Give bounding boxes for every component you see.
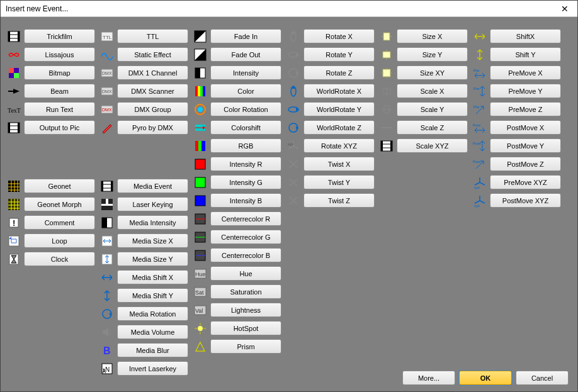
rotate-z-button[interactable]: Rotate Z <box>303 65 375 80</box>
worldrotate-x-button[interactable]: WorldRotate X <box>303 84 375 98</box>
event-row-rgb: RGB <box>192 138 281 154</box>
color-rotation-button[interactable]: Color Rotation <box>210 102 281 116</box>
premove-xyz-button[interactable]: PreMove XYZ <box>490 175 561 189</box>
swatch-g-icon <box>192 174 208 190</box>
geonet-button[interactable]: Geonet <box>24 179 95 193</box>
beam-button[interactable]: Beam <box>24 84 95 98</box>
event-row-media-blur: BMedia Blur <box>99 342 188 358</box>
twist-z-button[interactable]: Twist Z <box>303 193 375 208</box>
scale-y-button[interactable]: Scale Y <box>397 102 468 116</box>
svg-rect-64 <box>195 159 205 169</box>
svg-text:DMX: DMX <box>102 108 112 112</box>
invert-laserkey-button[interactable]: Invert Laserkey <box>117 361 188 376</box>
scale-x-button[interactable]: Scale X <box>397 84 468 98</box>
event-row-postmove-x: PostPostMove X <box>472 120 561 135</box>
speaker-icon <box>99 324 115 340</box>
svg-text:xyz: xyz <box>474 186 480 189</box>
media-volume-button[interactable]: Media Volume <box>117 325 188 339</box>
twist-y-button[interactable]: Twist Y <box>303 175 375 189</box>
comment-button[interactable]: Comment <box>24 215 95 230</box>
postmove-z-button[interactable]: PostMove Z <box>490 157 561 171</box>
hotspot-button[interactable]: HotSpot <box>210 321 281 335</box>
trickfilm-button[interactable]: Trickfilm <box>24 29 95 43</box>
event-row-rotate-z: Rotate Z <box>285 65 375 81</box>
media-intensity-button[interactable]: Media Intensity <box>117 215 188 230</box>
rgb-button[interactable]: RGB <box>210 138 281 153</box>
ok-button[interactable]: OK <box>459 371 512 385</box>
dmx-scanner-button[interactable]: DMX Scanner <box>117 84 188 98</box>
more-button[interactable]: More... <box>402 371 455 385</box>
fade-out-button[interactable]: Fade Out <box>210 47 281 62</box>
color-button[interactable]: Color <box>210 84 281 98</box>
size-y-button[interactable]: Size Y <box>397 47 468 62</box>
dmx-group-button[interactable]: DMX Group <box>117 102 188 116</box>
lightness-button[interactable]: Lightness <box>210 303 281 317</box>
saturation-button[interactable]: Saturation <box>210 284 281 299</box>
centerrecolor-r-button[interactable]: Centerrecolor R <box>210 211 281 226</box>
svg-rect-12 <box>8 123 10 133</box>
media-event-button[interactable]: Media Event <box>117 179 188 193</box>
event-row-geonet-morph: Geonet Morph <box>6 196 95 212</box>
event-row-postmove-xyz: xyzPostMove XYZ <box>472 193 561 208</box>
shift-x-button[interactable]: ShiftX <box>490 29 561 43</box>
media-shift-x-button[interactable]: Media Shift X <box>117 270 188 284</box>
hue-button[interactable]: Hue <box>210 266 281 281</box>
intensity-g-button[interactable]: Intensity G <box>210 175 281 189</box>
postmove-y-button[interactable]: PostMove Y <box>490 138 561 153</box>
premove-x-button[interactable]: PreMove X <box>490 65 561 80</box>
clock-button[interactable]: Clock <box>24 252 95 266</box>
rotz-icon <box>285 65 302 81</box>
rotate-y-button[interactable]: Rotate Y <box>303 47 375 62</box>
scale-z-button[interactable]: Scale Z <box>397 120 468 135</box>
scale-xyz-button[interactable]: Scale XYZ <box>397 138 468 153</box>
pyro-by-dmx-button[interactable]: Pyro by DMX <box>117 120 188 135</box>
grid-yellow-icon <box>6 178 22 194</box>
media-shift-y-button[interactable]: Media Shift Y <box>117 288 188 303</box>
dmx-1-channel-button[interactable]: DMX 1 Channel <box>117 65 188 80</box>
close-button[interactable]: ✕ <box>552 1 577 17</box>
prism-button[interactable]: Prism <box>210 339 281 354</box>
event-row-lightness: ValLightness <box>192 302 281 318</box>
shift-y-button[interactable]: Shift Y <box>490 47 561 62</box>
ttl-button[interactable]: TTL <box>117 29 188 43</box>
media-size-x-button[interactable]: Media Size X <box>117 233 188 248</box>
output-to-pic-button[interactable]: Output to Pic <box>24 120 95 135</box>
size-x-button[interactable]: Size X <box>397 29 468 43</box>
size-xy-button[interactable]: Size XY <box>397 65 468 80</box>
postmove-x-button[interactable]: PostMove X <box>490 120 561 135</box>
intensity-button[interactable]: Intensity <box>210 65 281 80</box>
fade-in-button[interactable]: Fade In <box>210 29 281 43</box>
cancel-button[interactable]: Cancel <box>516 371 569 385</box>
svg-rect-103 <box>381 141 383 151</box>
premove-y-button[interactable]: PreMove Y <box>490 84 561 98</box>
intensity-r-button[interactable]: Intensity R <box>210 157 281 171</box>
center-g-icon <box>192 229 208 245</box>
lissajous-button[interactable]: Lissajous <box>24 47 95 62</box>
intensity-b-button[interactable]: Intensity B <box>210 193 281 208</box>
geonet-morph-button[interactable]: Geonet Morph <box>24 197 95 211</box>
bitmap-button[interactable]: Bitmap <box>24 65 95 80</box>
laser-keying-button[interactable]: Laser Keying <box>117 197 188 211</box>
postmove-xyz-button[interactable]: PostMove XYZ <box>490 193 561 208</box>
worldrotate-y-button[interactable]: WorldRotate Y <box>303 102 375 116</box>
pen-red-icon <box>99 120 115 135</box>
media-blur-button[interactable]: Media Blur <box>117 343 188 357</box>
worldrotate-z-button[interactable]: WorldRotate Z <box>303 120 375 135</box>
event-row-color: Color <box>192 83 281 99</box>
centerrecolor-b-button[interactable]: Centerrecolor B <box>210 248 281 262</box>
run-text-button[interactable]: Run Text <box>24 102 95 116</box>
swatch-r-icon <box>192 156 208 172</box>
centerrecolor-g-button[interactable]: Centerrecolor G <box>210 230 281 244</box>
twist-x-button[interactable]: Twist X <box>303 157 375 171</box>
rotate-x-button[interactable]: Rotate X <box>303 29 375 43</box>
premove-z-button[interactable]: PreMove Z <box>490 102 561 116</box>
static-effect-button[interactable]: Static Effect <box>117 47 188 62</box>
media-size-y-button[interactable]: Media Size Y <box>117 252 188 266</box>
event-row-fade-out: Fade Out <box>192 47 281 62</box>
svg-text:v: v <box>103 368 106 375</box>
rotate-xyz-button[interactable]: Rotate XYZ <box>303 138 375 153</box>
event-row-scale-xyz: Scale XYZ <box>378 138 468 154</box>
media-rotation-button[interactable]: Media Rotation <box>117 306 188 321</box>
loop-button[interactable]: Loop <box>24 233 95 248</box>
colorshift-button[interactable]: Colorshift <box>210 120 281 135</box>
